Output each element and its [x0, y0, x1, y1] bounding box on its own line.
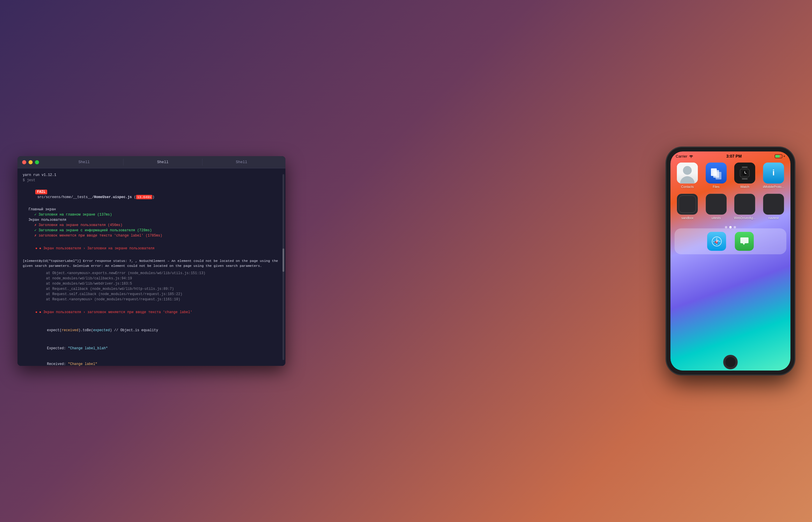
app-iimobile[interactable]: i iiMobileProto... — [762, 163, 786, 188]
ios-dock — [674, 228, 786, 254]
fail-timer: 13.649s — [136, 195, 152, 199]
test-2-3: ✗ заголовок меняется при вводе текста 'c… — [34, 233, 280, 238]
stack-1-1: at Object.<anonymous>.exports.newError (… — [46, 270, 280, 276]
terminal-scrollbar[interactable] — [283, 174, 284, 360]
webdriverag-icon[interactable] — [734, 194, 755, 215]
uitests-icon[interactable] — [706, 194, 727, 215]
contacts-person — [683, 166, 692, 175]
messages-icon-svg — [738, 236, 750, 247]
terminal-body: yarn run v1.12.1 $ jest FAIL src/screens… — [18, 168, 285, 366]
fail-line: FAIL src/screens/home/__tests__/HomeUser… — [23, 184, 280, 205]
home-button-inner — [725, 357, 736, 368]
app-files[interactable]: Files — [705, 163, 728, 188]
dot-1[interactable] — [725, 226, 727, 228]
yarn-version-line: yarn run v1.12.1 — [23, 173, 280, 178]
traffic-lights — [22, 160, 39, 164]
watch-icon[interactable] — [734, 163, 755, 183]
carrier-label: Carrier — [676, 154, 687, 159]
dot-2-active[interactable] — [729, 226, 732, 228]
ios-screen: Carrier 3:07 PM + — [670, 152, 790, 370]
messages-icon[interactable] — [735, 232, 754, 251]
test-1-1: ✓ Заголовки на главном экране (137ms) — [34, 212, 280, 217]
jest-cmd-line: $ jest — [23, 178, 280, 183]
fail-badge: FAIL — [35, 189, 47, 194]
sandbox-label: sandbox — [681, 216, 693, 220]
maximize-button[interactable] — [35, 160, 39, 164]
iphone-body: Carrier 3:07 PM + — [666, 147, 794, 375]
files-label: Files — [713, 185, 719, 188]
app-uitests[interactable]: uitests — [705, 194, 728, 220]
app-navtest[interactable]: navtest — [762, 194, 786, 220]
stack-1-3: at node_modules/wd/lib/webdriver.js:183:… — [46, 281, 280, 286]
svg-rect-5 — [742, 178, 748, 179]
status-time: 3:07 PM — [726, 154, 742, 159]
terminal-scrollbar-thumb[interactable] — [283, 248, 284, 272]
webdriverag-label: WebDriverAg... — [734, 216, 755, 220]
dock-messages[interactable] — [735, 232, 754, 251]
contacts-label: Contacts — [681, 185, 694, 188]
wifi-icon — [689, 154, 693, 158]
iphone-screen: Carrier 3:07 PM + — [670, 152, 790, 370]
page-dots — [670, 226, 790, 228]
dock-safari[interactable] — [707, 232, 726, 251]
expected-line: Expected: "Change label_blah" — [34, 341, 280, 356]
battery-fill — [775, 155, 780, 158]
close-button[interactable] — [22, 160, 26, 164]
stack-1-6: at Request.<anonymous> (node_modules/req… — [46, 297, 280, 302]
error-1-body: [elementById("topUserLabel")] Error resp… — [23, 259, 280, 268]
received-line: Received: "Change label" — [34, 356, 280, 366]
error-2-header: ●● Экран пользователя › заголовок меняет… — [23, 304, 280, 320]
iphone-mockup: Carrier 3:07 PM + — [666, 147, 794, 375]
watch-icon-svg — [738, 165, 751, 181]
navtest-label: navtest — [768, 216, 778, 220]
app-webdriverag[interactable]: WebDriverAg... — [733, 194, 757, 220]
battery-area: + — [775, 154, 785, 158]
iimobile-icon-svg: i — [767, 166, 780, 180]
suite-2-label: Экран пользователя — [28, 217, 280, 223]
app-contacts[interactable]: Contacts — [676, 163, 699, 188]
ios-status-bar: Carrier 3:07 PM + — [670, 152, 790, 160]
stack-1-5: at Request.self.callback (node_modules/r… — [46, 292, 280, 297]
app-grid-row2: sandbox uitests WebDriverAg... — [670, 193, 790, 224]
stack-1-2: at node_modules/wd/lib/callbacks.js:94:1… — [46, 276, 280, 281]
contacts-body — [680, 176, 695, 183]
app-grid-row1: Contacts Files — [670, 160, 790, 193]
dot-3[interactable] — [734, 226, 736, 228]
app-watch[interactable]: Watch — [733, 163, 757, 188]
files-icon[interactable] — [706, 163, 727, 183]
files-icon-svg — [709, 166, 723, 180]
stack-1-4: at Request._callback (node_modules/wd/li… — [46, 286, 280, 292]
contacts-icon[interactable] — [677, 163, 698, 183]
svg-text:i: i — [772, 168, 775, 177]
tab-shell-1[interactable]: Shell — [45, 159, 123, 165]
tab-shell-3[interactable]: Shell — [202, 159, 281, 165]
uitests-label: uitests — [712, 216, 721, 220]
suite-1-label: Главный экран — [28, 207, 280, 212]
navtest-icon[interactable] — [763, 194, 784, 215]
safari-icon[interactable] — [707, 232, 726, 251]
tab-shell-2[interactable]: Shell — [123, 159, 202, 165]
test-2-2: ✓ Заголовки на экране с информацией поль… — [34, 228, 280, 233]
battery-icon — [775, 154, 782, 158]
error-1-header: ●● Экран пользователя › Заголовки на экр… — [23, 241, 280, 256]
terminal-titlebar: Shell Shell Shell — [18, 156, 285, 168]
home-button[interactable] — [723, 355, 738, 369]
svg-rect-4 — [742, 167, 748, 168]
watch-label: Watch — [740, 185, 749, 188]
app-sandbox[interactable]: sandbox — [676, 194, 699, 220]
tab-bar: Shell Shell Shell — [45, 159, 281, 165]
fail-file: src/screens/home/__tests__/HomeUser.uisp… — [35, 195, 154, 199]
svg-point-0 — [691, 157, 691, 158]
iimobile-icon[interactable]: i — [763, 163, 784, 183]
battery-plus: + — [784, 154, 785, 158]
expect-line: expect(received).toBe(expected) // Objec… — [34, 322, 280, 338]
svg-rect-3 — [716, 172, 722, 179]
safari-icon-svg — [711, 236, 723, 247]
contacts-icon-design — [677, 163, 698, 183]
terminal-window: Shell Shell Shell yarn run v1.12.1 $ jes… — [18, 156, 285, 366]
test-2-1: ✗ Заголовки на экране пользователя (456m… — [34, 223, 280, 228]
sandbox-icon[interactable] — [677, 194, 698, 215]
iimobile-label: iiMobileProto... — [763, 185, 784, 188]
minimize-button[interactable] — [28, 160, 33, 164]
